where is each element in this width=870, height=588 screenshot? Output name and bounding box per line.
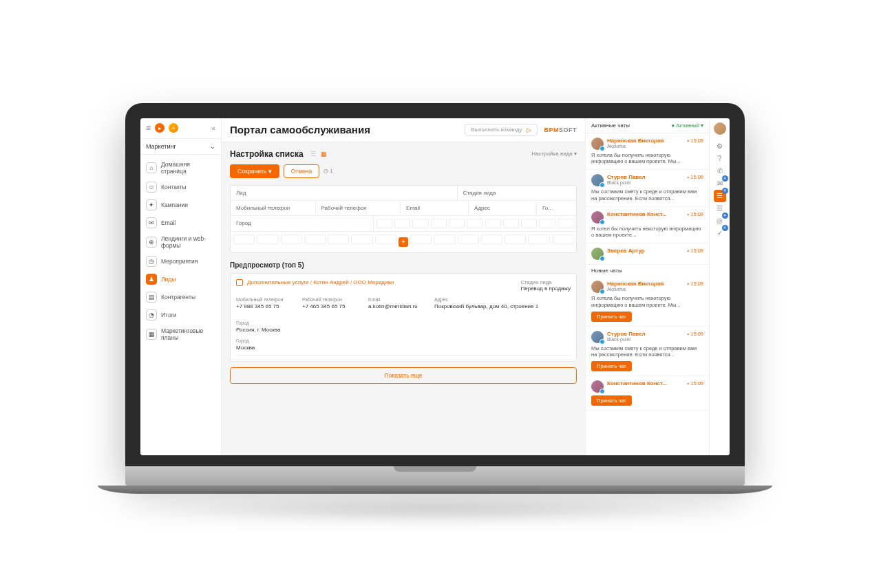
- stage-value: Перевод в продажу: [520, 285, 571, 292]
- lead-name[interactable]: Дополнительные услуги / Котин Андрей / О…: [247, 279, 516, 292]
- add-column-button[interactable]: +: [399, 237, 408, 247]
- menu-icon[interactable]: ≡: [146, 123, 151, 133]
- run-icon[interactable]: ▷: [527, 127, 531, 133]
- nav-icon: ♟: [146, 274, 157, 285]
- chat-avatar: [591, 211, 604, 224]
- nav-label: Контакты: [161, 184, 187, 190]
- list-view-icon[interactable]: ☰: [309, 150, 317, 158]
- lead-checkbox[interactable]: [236, 279, 243, 286]
- nav-item-Лендинги и web-формы[interactable]: ⊕Лендинги и web-формы: [140, 232, 221, 252]
- section-label: Маркетинг: [146, 143, 176, 150]
- chat-company: Aksioma: [607, 287, 684, 292]
- nav-label: Лендинги и web-формы: [161, 235, 215, 249]
- chat-time: • 15:09: [688, 174, 703, 180]
- play-icon[interactable]: ▸: [155, 123, 165, 133]
- channel-icon: [600, 389, 605, 394]
- field-value: a.kotin@meridian.ru: [368, 303, 423, 309]
- field-value: Россия, г. Москва: [236, 327, 291, 333]
- main-header: Портал самообслуживания Выполнить команд…: [222, 118, 585, 142]
- nav-label: Маркетинговые планы: [161, 327, 215, 341]
- nav-icon: ◔: [146, 309, 157, 320]
- save-button[interactable]: Сохранить ▾: [230, 164, 279, 178]
- nav-item-Кампании[interactable]: ✦Кампании: [140, 196, 221, 214]
- col-work[interactable]: Рабочий телефон: [316, 201, 401, 215]
- col-lead[interactable]: Лид: [231, 186, 458, 200]
- chat-item[interactable]: Константинов Конст...• 15:09Принять чат: [586, 376, 709, 411]
- chat-name: Наринская Виктория: [607, 281, 684, 287]
- chat-item[interactable]: Наринская ВикторияAksioma• 15:09Я хотела…: [586, 276, 709, 327]
- nav-label: Контрагенты: [161, 294, 195, 301]
- chat-item[interactable]: Стуров ПавелBlack point• 15:09Мы состави…: [586, 170, 709, 207]
- nav-item-Лиды[interactable]: ♟Лиды: [140, 270, 221, 288]
- nav-item-Email[interactable]: ✉Email: [140, 214, 221, 232]
- timer-badge: ◷ 1: [323, 168, 332, 174]
- command-input[interactable]: Выполнить команду ▷: [465, 124, 537, 136]
- nav-label: Email: [161, 219, 176, 226]
- channel-icon: [600, 256, 605, 261]
- nav-item-Контрагенты[interactable]: ▤Контрагенты: [140, 288, 221, 306]
- chat-item[interactable]: Зверев Артур• 15:09: [586, 243, 709, 265]
- nav-icon: ▦: [146, 329, 157, 340]
- city-value: Москва: [236, 345, 571, 351]
- cancel-button[interactable]: Отмена: [284, 164, 320, 178]
- settings-icon[interactable]: ⚙: [714, 140, 726, 153]
- field-value: +7 465 345 65 75: [302, 303, 357, 309]
- col-go[interactable]: Го...: [537, 201, 576, 215]
- nav-icon: ⊕: [146, 237, 157, 248]
- chat-item[interactable]: Стуров ПавелBlack point• 15:09Мы состави…: [586, 327, 709, 377]
- chat-item[interactable]: Константинов Конст...• 15:09Я хотел бы п…: [586, 207, 709, 244]
- chat-message: Я хотела бы получить некоторую информаци…: [591, 295, 703, 309]
- chat-avatar: [591, 174, 604, 186]
- chat-company: Black point: [607, 337, 684, 342]
- chat-message: Мы составим смету к среде и отправим вам…: [591, 188, 703, 202]
- nav-item-Мероприятия[interactable]: ◷Мероприятия: [140, 252, 221, 270]
- chat-icon[interactable]: ☰4: [714, 190, 726, 202]
- nav-item-Маркетинговые планы[interactable]: ▦Маркетинговые планы: [140, 324, 221, 345]
- badge: 4: [722, 213, 728, 219]
- help-icon[interactable]: ?: [714, 153, 726, 165]
- col-city[interactable]: Город: [231, 216, 374, 231]
- chevron-down-icon: ⌄: [210, 143, 215, 150]
- right-rail: ⚙?✆✉4☰4☰◎4✓4: [709, 118, 730, 455]
- preview-title: Предпросмотр (топ 5): [230, 261, 577, 269]
- chat-item[interactable]: Наринская ВикторияAksioma• 15:09Я хотела…: [586, 133, 709, 171]
- brand-logo: BPMSOFT: [544, 127, 577, 133]
- nav-icon: ✉: [146, 217, 157, 228]
- accept-chat-button[interactable]: Принять чат: [591, 361, 632, 371]
- nav-item-Контакты[interactable]: ☺Контакты: [140, 178, 221, 196]
- chats-title: Активные чаты: [591, 122, 630, 129]
- nav-label: Кампании: [161, 202, 188, 208]
- lead-card: Дополнительные услуги / Котин Андрей / О…: [230, 273, 577, 362]
- city-label: Город: [236, 338, 571, 343]
- col-stage[interactable]: Стадия лида: [458, 186, 576, 200]
- collapse-icon[interactable]: «: [211, 124, 215, 132]
- col-address[interactable]: Адрес: [469, 201, 537, 215]
- accept-chat-button[interactable]: Принять чат: [591, 395, 632, 406]
- nav-item-Домашняя страница[interactable]: ⌂Домашняя страница: [140, 157, 221, 178]
- chat-message: Мы составим смету к среде и отправим вам…: [591, 345, 703, 359]
- col-mobile[interactable]: Мобильный телефон: [231, 201, 316, 215]
- column-grid: Лид Стадия лида Мобильный телефон Рабочи…: [230, 185, 577, 253]
- user-avatar[interactable]: [714, 122, 726, 135]
- section-selector[interactable]: Маркетинг ⌄: [140, 139, 221, 155]
- status-indicator[interactable]: Активный ▾: [672, 122, 703, 129]
- main-area: Портал самообслуживания Выполнить команд…: [222, 118, 585, 455]
- view-setup-link[interactable]: Настройка вида ▾: [531, 151, 577, 157]
- tasks-icon[interactable]: ✓4: [714, 227, 726, 239]
- topbar-left: ≡ ▸ + «: [140, 118, 221, 139]
- field-label: Адрес: [434, 297, 538, 302]
- col-email[interactable]: Email: [401, 201, 469, 215]
- channel-icon: [600, 339, 605, 345]
- chat-name: Стуров Павел: [607, 174, 684, 180]
- field-value: Покровский бульвар, дом 40, строение 1: [434, 303, 538, 309]
- slot[interactable]: [376, 219, 392, 228]
- nav-item-Итоги[interactable]: ◔Итоги: [140, 306, 221, 324]
- add-icon[interactable]: +: [169, 123, 178, 133]
- chat-time: • 15:09: [688, 281, 703, 287]
- badge: 4: [722, 175, 728, 182]
- accept-chat-button[interactable]: Принять чат: [591, 312, 632, 322]
- show-more-button[interactable]: Показать еще: [230, 367, 577, 384]
- nav-icon: ✦: [146, 199, 157, 210]
- tile-view-icon[interactable]: ▦: [320, 150, 328, 158]
- nav-label: Лиды: [161, 276, 176, 283]
